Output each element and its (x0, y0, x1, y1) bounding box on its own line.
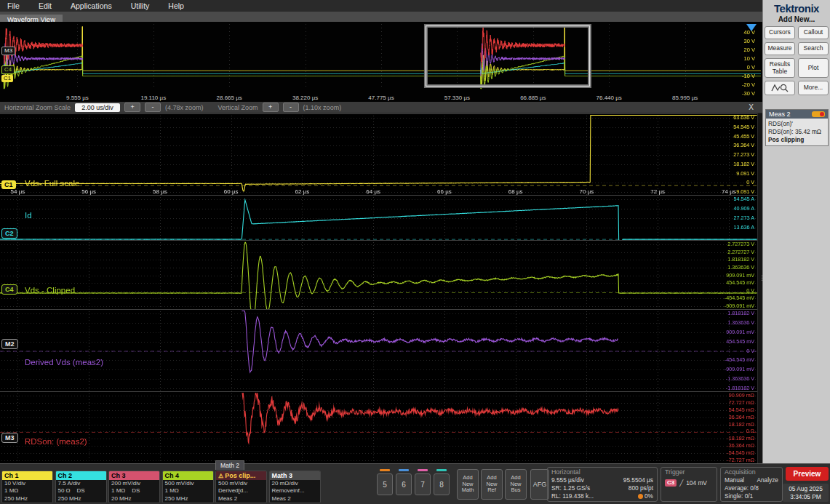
scale-label-m2: -1.818182 V (726, 385, 754, 391)
overview-scale-label: -20 V (742, 82, 755, 88)
main-time-label: 58 µs (153, 188, 167, 195)
overview-canvas[interactable] (1, 23, 761, 89)
badge-ch2[interactable]: Ch 27.5 A/div50 Ω DS250 MHz (55, 471, 107, 503)
zoom-close-button[interactable]: X (749, 103, 758, 111)
panel-scrollbar[interactable]: ⋮ (757, 113, 762, 463)
main-time-label: 60 µs (224, 188, 239, 195)
badge-ch3[interactable]: Ch 3200 mV/div1 MΩ DS20 MHz (108, 471, 160, 503)
badge-setting: 1 MΩ (2, 487, 52, 495)
menu-file[interactable]: File (7, 1, 20, 10)
scale-label-m2: 454.545 mV (726, 339, 754, 345)
sidebar-button-callout[interactable]: Callout (798, 26, 829, 39)
overview-badge-m3[interactable]: M3 (1, 47, 15, 55)
sidebar-button-more[interactable]: More... (798, 81, 829, 95)
main-time-label: 74 µs (722, 188, 736, 195)
preview-button[interactable]: Preview (786, 467, 829, 481)
add-new-math-button[interactable]: Add New Math (457, 469, 479, 500)
zoom-waveform-icon[interactable] (765, 81, 795, 95)
sidebar-button-grid: CursorsCalloutMeasureSearchResults Table… (763, 26, 830, 95)
scale-label-m3: 0 Ω (746, 428, 754, 434)
badge-setting: Derived[d... (216, 487, 266, 495)
trigger-source-badge[interactable]: C3 (665, 479, 677, 487)
acquisition-panel[interactable]: Acquisition Manual Analyze Average: 0/8 … (720, 467, 783, 502)
waveform-c4[interactable] (0, 241, 757, 309)
meas2-line2: RDS(on): 35.42 mΩ (768, 128, 826, 136)
overview-badge-c1[interactable]: C1 (1, 75, 13, 82)
overview-time-label: 66.885 µs (520, 95, 546, 101)
main-time-label: 68 µs (508, 188, 523, 195)
badge-ch4[interactable]: Ch 4500 mV/div1 MΩ250 MHz (162, 471, 214, 503)
meas2-line3: Pos clipping (768, 136, 826, 144)
sidebar-button-results-table[interactable]: Results Table (765, 58, 795, 78)
channel-6-color-indicator (399, 469, 409, 471)
badge-ch1[interactable]: Ch 110 V/div1 MΩ250 MHz (1, 471, 53, 503)
waveform-m3[interactable] (0, 393, 757, 463)
sample-rate: SR: 1.25 GS/s (551, 484, 590, 492)
badge-title: Math 3 (270, 471, 320, 480)
add-new-bus-button[interactable]: Add New Bus (505, 469, 527, 500)
acquisition-mode: Manual (725, 476, 744, 484)
channel-badge-c2[interactable]: C2 (1, 228, 17, 239)
waveform-m2[interactable] (0, 311, 757, 391)
channel-badge-m3[interactable]: M3 (1, 433, 18, 443)
meas2-header: Meas 2 (766, 110, 828, 119)
math2-warning-header: ⚠Pos clip... (216, 471, 266, 480)
channel-badge-c4[interactable]: C4 (1, 284, 17, 295)
sidebar-button-search[interactable]: Search (798, 42, 829, 55)
badge-title: Ch 3 (109, 471, 159, 480)
add-new-header: Add New... (763, 15, 830, 23)
badge-setting: 500 mV/div (216, 480, 266, 487)
badge-math3[interactable]: Math 320 mΩ/divRemoveinf...Meas 2 (269, 471, 321, 503)
h-zoom-out-button[interactable]: - (145, 103, 161, 112)
scale-label-c4: 1.363636 V (727, 265, 754, 271)
sidebar-button-plot[interactable]: Plot (798, 58, 829, 78)
h-zoom-scale-value[interactable]: 2.00 us/div (75, 103, 120, 112)
v-zoom-in-button[interactable]: + (263, 103, 279, 112)
overview-time-label: 9.555 µs (66, 95, 89, 101)
horizontal-panel[interactable]: Horizontal 9.555 µs/div 95.5504 µs SR: 1… (547, 467, 658, 502)
h-zoom-in-button[interactable]: + (124, 103, 140, 112)
add-new-ref-button[interactable]: Add New Ref (481, 469, 503, 500)
horizontal-scale: 9.555 µs/div (551, 476, 584, 484)
menu-bar: FileEditApplicationsUtilityHelp (0, 0, 762, 12)
waveform-c1[interactable] (0, 115, 757, 195)
menu-edit[interactable]: Edit (39, 1, 52, 10)
channel-6-button[interactable]: 6 (396, 473, 412, 495)
v-zoom-out-button[interactable]: - (283, 103, 299, 112)
overview-time-label: 85.995 µs (672, 95, 698, 101)
waveform-c2[interactable] (0, 196, 757, 240)
sidebar-button-cursors[interactable]: Cursors (765, 26, 795, 39)
overview-time-label: 76.440 µs (596, 95, 622, 101)
trigger-panel[interactable]: Trigger C3 ╱ 104 mV (661, 467, 717, 502)
channel-number-buttons: 5678 (377, 467, 454, 500)
channel-5-button[interactable]: 5 (377, 473, 393, 495)
meas2-results-panel[interactable]: Meas 2 RDS(on)' RDS(on): 35.42 mΩ Pos cl… (765, 109, 829, 146)
menu-applications[interactable]: Applications (71, 1, 112, 10)
scale-label-m2: 0 V (746, 348, 754, 354)
channel-8-button[interactable]: 8 (434, 473, 450, 495)
menu-utility[interactable]: Utility (131, 1, 150, 10)
progress-value: 0% (638, 492, 653, 500)
scale-label-c1: 54.545 V (733, 124, 754, 130)
record-length: RL: 119.438 k... (551, 492, 594, 500)
channel-5-color-indicator (380, 469, 390, 471)
overview-badge-c4[interactable]: C4 (1, 65, 15, 74)
right-sidebar: Tektronix Add New... CursorsCalloutMeasu… (762, 0, 830, 463)
channel-7-button[interactable]: 7 (415, 473, 431, 495)
main-time-label: 62 µs (295, 188, 310, 195)
scale-label-m3: 36.364 mΩ (729, 415, 754, 420)
channel-name-c2: Id (25, 211, 32, 220)
menu-help[interactable]: Help (168, 1, 184, 10)
scale-label-c1: 0 V (746, 180, 754, 185)
channel-badge-m2[interactable]: M2 (1, 339, 18, 349)
tab-math2[interactable]: Math 2 (215, 460, 244, 470)
badge-setting: 7.5 A/div (56, 480, 106, 487)
badge-math2[interactable]: ⚠Pos clip...500 mV/divDerived[d...Meas 2 (215, 471, 267, 503)
horizontal-title: Horizontal (551, 468, 653, 476)
scale-label-c4: 2.727273 V (727, 241, 754, 247)
sidebar-button-measure[interactable]: Measure (765, 42, 795, 55)
scale-label-m2: -909.091 mV (725, 367, 754, 372)
badge-setting: 250 MHz (2, 495, 52, 503)
trigger-level: 104 mV (686, 479, 707, 487)
scale-label-c1: 63.636 V (733, 115, 754, 121)
